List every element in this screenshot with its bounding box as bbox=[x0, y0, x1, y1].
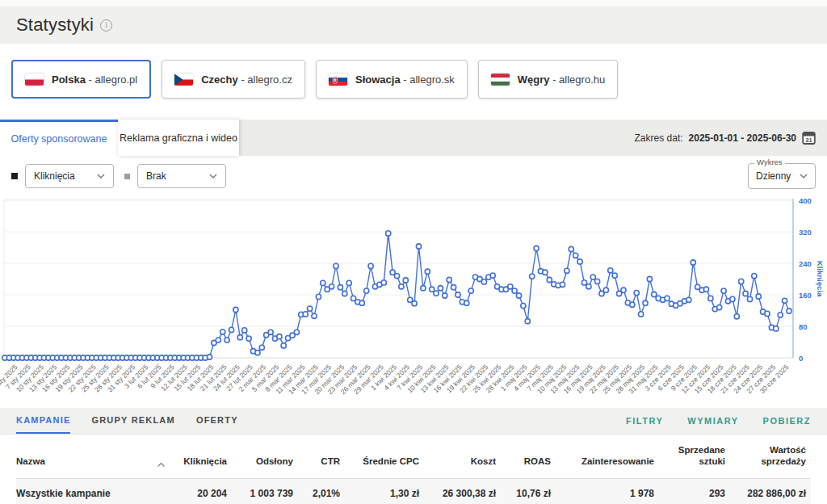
column-header-zainteresowanie[interactable]: Zainteresowanie bbox=[556, 435, 659, 478]
data-point[interactable] bbox=[220, 330, 225, 334]
data-point[interactable] bbox=[451, 285, 456, 290]
data-point[interactable] bbox=[639, 312, 644, 317]
data-point[interactable] bbox=[303, 312, 308, 317]
data-point[interactable] bbox=[368, 263, 373, 268]
data-point[interactable] bbox=[665, 296, 670, 300]
data-point[interactable] bbox=[255, 351, 260, 355]
data-point[interactable] bbox=[381, 280, 386, 285]
data-point[interactable] bbox=[408, 297, 413, 302]
clicks-daily-chart[interactable]: 080160240320400Kliknięcia4 sty 20257 sty… bbox=[0, 196, 827, 402]
data-point[interactable] bbox=[603, 288, 608, 292]
data-point[interactable] bbox=[717, 305, 722, 310]
data-point[interactable] bbox=[259, 345, 264, 350]
table-action-pobierz[interactable]: POBIERZ bbox=[763, 408, 811, 434]
data-point[interactable] bbox=[430, 287, 434, 292]
data-point[interactable] bbox=[569, 246, 573, 251]
table-row[interactable]: Wszystkie kampanie20 2041 003 7392,01%1,… bbox=[16, 478, 811, 504]
data-point[interactable] bbox=[364, 288, 369, 293]
chart-canvas[interactable]: 080160240320400Kliknięcia4 sty 20257 sty… bbox=[0, 196, 827, 402]
data-point[interactable] bbox=[643, 300, 648, 305]
data-point[interactable] bbox=[743, 291, 748, 296]
data-point[interactable] bbox=[530, 274, 535, 279]
data-point[interactable] bbox=[647, 276, 652, 281]
column-header-ods-ony[interactable]: Odsłony bbox=[232, 435, 298, 478]
column-header-warto-sprzeda-y[interactable]: Wartość sprzedaży bbox=[730, 435, 811, 478]
column-header-roas[interactable]: ROAS bbox=[501, 435, 556, 478]
data-point[interactable] bbox=[608, 268, 613, 273]
column-header--rednie-cpc[interactable]: Średnie CPC bbox=[345, 435, 424, 478]
data-point[interactable] bbox=[412, 301, 417, 306]
column-header-ctr[interactable]: CTR bbox=[298, 435, 345, 478]
tab-oferty-sponsorowane[interactable]: Oferty sponsorowane bbox=[0, 120, 118, 156]
data-point[interactable] bbox=[246, 336, 251, 341]
data-point[interactable] bbox=[229, 327, 233, 332]
data-point[interactable] bbox=[765, 311, 770, 316]
calendar-icon[interactable]: 31 bbox=[802, 131, 816, 145]
table-action-wymiary[interactable]: WYMIARY bbox=[687, 408, 738, 434]
data-point[interactable] bbox=[237, 335, 242, 340]
data-point[interactable] bbox=[386, 231, 391, 236]
data-point[interactable] bbox=[390, 270, 395, 275]
data-point[interactable] bbox=[308, 306, 313, 311]
data-point[interactable] bbox=[547, 277, 552, 282]
data-point[interactable] bbox=[721, 288, 726, 293]
market-button-czechy[interactable]: Czechy - allegro.cz bbox=[162, 60, 305, 99]
data-point[interactable] bbox=[207, 355, 212, 359]
data-point[interactable] bbox=[612, 273, 617, 278]
data-point[interactable] bbox=[216, 338, 220, 342]
data-point[interactable] bbox=[560, 282, 565, 287]
data-point[interactable] bbox=[783, 298, 787, 303]
data-point[interactable] bbox=[416, 244, 421, 249]
data-point[interactable] bbox=[316, 294, 321, 299]
data-point[interactable] bbox=[652, 292, 657, 296]
market-button-slowacja[interactable]: Słowacja - allegro.sk bbox=[316, 60, 468, 99]
metric-select[interactable]: Kliknięcia bbox=[25, 164, 114, 188]
data-point[interactable] bbox=[490, 273, 495, 278]
data-point[interactable] bbox=[281, 343, 286, 348]
table-tab-grupy-reklam[interactable]: GRUPY REKLAM bbox=[91, 408, 174, 434]
info-icon[interactable]: i bbox=[100, 19, 112, 32]
data-point[interactable] bbox=[346, 280, 351, 285]
data-point[interactable] bbox=[516, 293, 521, 298]
data-point[interactable] bbox=[590, 275, 595, 279]
data-point[interactable] bbox=[521, 304, 526, 309]
compare-select[interactable]: Brak bbox=[137, 164, 226, 188]
data-point[interactable] bbox=[312, 313, 317, 318]
data-point[interactable] bbox=[421, 286, 426, 291]
data-point[interactable] bbox=[543, 270, 548, 275]
data-point[interactable] bbox=[481, 279, 486, 284]
data-point[interactable] bbox=[233, 307, 238, 312]
data-point[interactable] bbox=[787, 309, 791, 313]
table-tab-oferty[interactable]: OFERTY bbox=[196, 408, 238, 434]
data-point[interactable] bbox=[342, 291, 347, 296]
data-point[interactable] bbox=[434, 291, 439, 296]
table-tab-kampanie[interactable]: KAMPANIE bbox=[16, 408, 70, 434]
column-header-sprzedane-sztuki[interactable]: Sprzedane sztuki bbox=[659, 435, 730, 478]
data-point[interactable] bbox=[747, 296, 752, 301]
data-point[interactable] bbox=[756, 294, 761, 299]
data-point[interactable] bbox=[443, 293, 447, 298]
data-point[interactable] bbox=[730, 296, 735, 301]
data-point[interactable] bbox=[752, 274, 757, 279]
column-header-nazwa[interactable]: Nazwa bbox=[16, 435, 174, 478]
data-point[interactable] bbox=[512, 288, 517, 293]
data-point[interactable] bbox=[294, 330, 299, 334]
data-point[interactable] bbox=[573, 253, 578, 258]
data-point[interactable] bbox=[425, 269, 430, 274]
data-point[interactable] bbox=[565, 268, 569, 273]
data-point[interactable] bbox=[634, 291, 639, 296]
data-point[interactable] bbox=[734, 314, 739, 319]
data-point[interactable] bbox=[708, 296, 713, 300]
data-point[interactable] bbox=[774, 326, 779, 331]
data-point[interactable] bbox=[508, 284, 513, 289]
data-point[interactable] bbox=[630, 302, 635, 307]
data-point[interactable] bbox=[330, 284, 334, 289]
data-point[interactable] bbox=[468, 288, 473, 293]
data-point[interactable] bbox=[586, 284, 591, 289]
market-button-polska[interactable]: Polska - allegro.pl bbox=[11, 60, 151, 99]
data-point[interactable] bbox=[277, 334, 282, 339]
data-point[interactable] bbox=[686, 297, 691, 302]
data-point[interactable] bbox=[595, 279, 600, 284]
data-point[interactable] bbox=[334, 263, 338, 268]
column-header-klikni-cia[interactable]: Kliknięcia bbox=[174, 435, 232, 478]
